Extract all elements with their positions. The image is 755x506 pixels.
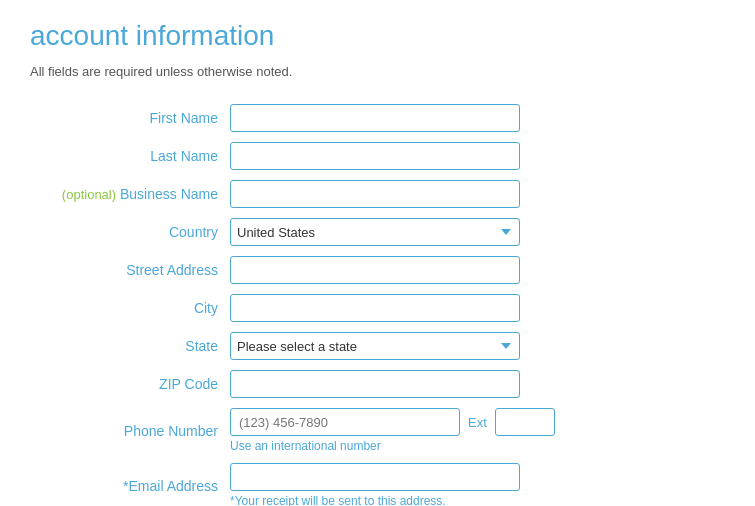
country-label: Country — [30, 213, 230, 251]
email-input[interactable] — [230, 463, 520, 491]
country-row: Country United States Canada United King… — [30, 213, 725, 251]
first-name-input-cell — [230, 99, 725, 137]
email-label: *Email Address — [30, 458, 230, 506]
phone-number-input[interactable] — [230, 408, 460, 436]
business-name-input[interactable] — [230, 180, 520, 208]
business-name-input-cell — [230, 175, 725, 213]
zip-code-input-cell — [230, 365, 725, 403]
country-input-cell: United States Canada United Kingdom Aust… — [230, 213, 725, 251]
first-name-label: First Name — [30, 99, 230, 137]
street-address-input-cell — [230, 251, 725, 289]
phone-group: Ext — [230, 408, 725, 436]
state-input-cell: Please select a state Alabama Alaska Ari… — [230, 327, 725, 365]
state-label: State — [30, 327, 230, 365]
first-name-input[interactable] — [230, 104, 520, 132]
last-name-input-cell — [230, 137, 725, 175]
last-name-input[interactable] — [230, 142, 520, 170]
phone-number-row: Phone Number Ext Use an international nu… — [30, 403, 725, 458]
page-title: account information — [30, 20, 725, 52]
ext-input[interactable] — [495, 408, 555, 436]
state-select[interactable]: Please select a state Alabama Alaska Ari… — [230, 332, 520, 360]
city-label: City — [30, 289, 230, 327]
business-name-row: (optional) Business Name — [30, 175, 725, 213]
phone-hint: Use an international number — [230, 439, 725, 453]
street-address-row: Street Address — [30, 251, 725, 289]
account-form: First Name Last Name (optional) Business… — [30, 99, 725, 506]
zip-code-row: ZIP Code — [30, 365, 725, 403]
country-select[interactable]: United States Canada United Kingdom Aust… — [230, 218, 520, 246]
zip-code-label: ZIP Code — [30, 365, 230, 403]
business-name-label: (optional) Business Name — [30, 175, 230, 213]
state-row: State Please select a state Alabama Alas… — [30, 327, 725, 365]
street-address-label: Street Address — [30, 251, 230, 289]
email-row: *Email Address *Your receipt will be sen… — [30, 458, 725, 506]
email-input-cell: *Your receipt will be sent to this addre… — [230, 458, 725, 506]
street-address-input[interactable] — [230, 256, 520, 284]
first-name-row: First Name — [30, 99, 725, 137]
last-name-label: Last Name — [30, 137, 230, 175]
last-name-row: Last Name — [30, 137, 725, 175]
email-hint: *Your receipt will be sent to this addre… — [230, 494, 725, 506]
phone-number-input-cell: Ext Use an international number — [230, 403, 725, 458]
form-subtitle: All fields are required unless otherwise… — [30, 64, 725, 79]
city-row: City — [30, 289, 725, 327]
city-input-cell — [230, 289, 725, 327]
phone-number-label: Phone Number — [30, 403, 230, 458]
ext-label: Ext — [468, 415, 487, 430]
city-input[interactable] — [230, 294, 520, 322]
zip-code-input[interactable] — [230, 370, 520, 398]
